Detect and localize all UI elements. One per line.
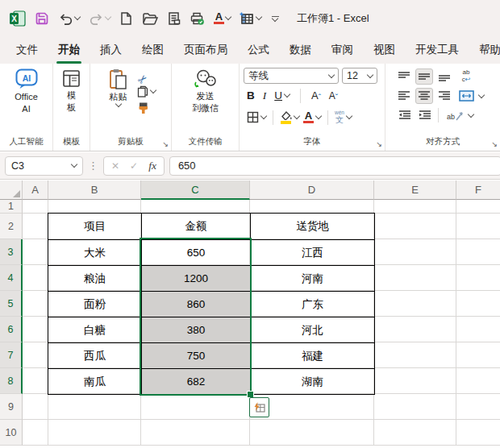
merge-center-button[interactable]: [456, 88, 477, 104]
select-all-button[interactable]: [0, 180, 23, 200]
cell-C8[interactable]: 682: [141, 368, 250, 394]
cell-C4[interactable]: 1200: [141, 265, 250, 291]
cell-B3[interactable]: 大米: [48, 239, 141, 265]
cell-D3[interactable]: 江西: [250, 239, 374, 265]
tab-file[interactable]: 文件: [15, 41, 40, 59]
align-middle-button[interactable]: [415, 68, 433, 85]
formula-bar-resize-handle[interactable]: ⋮: [88, 160, 98, 172]
cell-D2[interactable]: 送货地: [250, 214, 374, 239]
cut-button[interactable]: ✂: [135, 65, 157, 87]
cell-D7[interactable]: 福建: [250, 342, 374, 368]
row-header-7[interactable]: 7: [0, 342, 23, 368]
cell-C2[interactable]: 金额: [141, 214, 250, 239]
cell-C6[interactable]: 380: [141, 317, 250, 342]
cell-B2[interactable]: 项目: [48, 214, 141, 239]
cell-D5[interactable]: 广东: [250, 291, 374, 317]
row-header-3[interactable]: 3: [0, 239, 23, 265]
template-button[interactable]: 模 板: [59, 68, 84, 135]
italic-button[interactable]: I: [263, 89, 267, 102]
alignment-dialog-launcher[interactable]: ↘: [491, 141, 498, 148]
table-format-dropdown-icon[interactable]: [256, 14, 262, 20]
tab-data[interactable]: 数据: [288, 41, 313, 59]
cell-B7[interactable]: 西瓜: [48, 342, 141, 368]
col-header-F[interactable]: F: [456, 180, 500, 200]
font-size-combo[interactable]: 12: [342, 68, 377, 84]
font-color-ribbon-button[interactable]: A: [303, 111, 321, 124]
row-header-10[interactable]: 10: [0, 420, 23, 446]
row-header-1[interactable]: 1: [0, 200, 23, 214]
quick-analysis-button[interactable]: [249, 397, 269, 417]
row-header-2[interactable]: 2: [0, 214, 23, 239]
cell-B5[interactable]: 面粉: [48, 291, 141, 317]
new-file-button[interactable]: [119, 11, 133, 26]
tab-help[interactable]: 帮助: [477, 41, 500, 59]
cell-B8[interactable]: 南瓜: [48, 368, 141, 394]
tab-formulas[interactable]: 公式: [246, 41, 271, 59]
underline-button[interactable]: U: [274, 89, 290, 102]
undo-dropdown-icon[interactable]: [74, 14, 81, 20]
print-preview-button[interactable]: [167, 11, 181, 26]
cell-C5[interactable]: 860: [141, 291, 250, 317]
save-button[interactable]: [35, 11, 49, 26]
row-header-9[interactable]: 9: [0, 394, 23, 420]
tab-draw[interactable]: 绘图: [140, 41, 165, 59]
increase-font-button[interactable]: Aˆ: [311, 89, 321, 102]
row-header-4[interactable]: 4: [0, 265, 23, 291]
font-name-combo[interactable]: 等线: [244, 68, 339, 84]
font-dialog-launcher[interactable]: ↘: [376, 141, 382, 148]
align-center-button[interactable]: [415, 88, 433, 104]
fill-color-button[interactable]: [280, 110, 299, 124]
cell-C3[interactable]: 650: [141, 239, 250, 265]
tab-review[interactable]: 审阅: [330, 41, 355, 59]
print-settings-button[interactable]: [190, 11, 205, 26]
phonetic-guide-button[interactable]: wén 文: [335, 110, 352, 124]
formula-input[interactable]: 650: [169, 156, 500, 176]
tab-insert[interactable]: 插入: [98, 41, 123, 59]
tab-view[interactable]: 视图: [372, 41, 397, 59]
cell-C7[interactable]: 750: [141, 342, 250, 368]
orientation-button[interactable]: ab: [444, 107, 466, 123]
col-header-A[interactable]: A: [23, 180, 48, 200]
paste-button[interactable]: 粘贴: [106, 68, 131, 135]
align-bottom-button[interactable]: [435, 68, 453, 85]
table-format-button[interactable]: [240, 11, 261, 26]
cell-B4[interactable]: 粮油: [48, 265, 141, 291]
cell-B6[interactable]: 白糖: [48, 317, 141, 342]
office-ai-button[interactable]: AI Office AI: [12, 68, 40, 135]
clipboard-dialog-launcher[interactable]: ↘: [162, 141, 169, 148]
tab-developer[interactable]: 开发工具: [414, 41, 460, 59]
undo-button[interactable]: [58, 11, 80, 26]
align-top-button[interactable]: [395, 68, 413, 85]
format-painter-button[interactable]: [136, 102, 150, 115]
copy-dropdown-icon[interactable]: [150, 87, 156, 93]
increase-indent-button[interactable]: [415, 107, 433, 123]
insert-function-button[interactable]: fx: [148, 160, 156, 172]
col-header-D[interactable]: D: [250, 180, 374, 200]
wrap-text-button[interactable]: ab c↩: [456, 68, 477, 85]
decrease-font-button[interactable]: Aˇ: [329, 90, 338, 102]
orientation-dropdown-icon[interactable]: [468, 110, 474, 117]
col-header-B[interactable]: B: [48, 180, 141, 200]
tab-home[interactable]: 开始: [56, 41, 81, 59]
copy-button[interactable]: [136, 85, 156, 98]
align-left-button[interactable]: [395, 88, 413, 104]
bold-button[interactable]: B: [247, 89, 255, 102]
cell-D4[interactable]: 河南: [250, 265, 374, 291]
borders-button[interactable]: [247, 111, 266, 123]
open-folder-button[interactable]: [142, 11, 158, 26]
row-header-8[interactable]: 8: [0, 368, 23, 394]
cell-D8[interactable]: 湖南: [250, 368, 374, 394]
row-header-6[interactable]: 6: [0, 317, 23, 342]
name-box[interactable]: C3: [5, 156, 83, 176]
col-header-C[interactable]: C: [141, 180, 250, 200]
tab-page-layout[interactable]: 页面布局: [182, 41, 229, 59]
col-header-E[interactable]: E: [374, 180, 456, 200]
font-color-button[interactable]: A: [214, 12, 231, 25]
row-header-5[interactable]: 5: [0, 291, 23, 317]
font-color-dropdown-icon[interactable]: [225, 14, 231, 20]
customize-toolbar-button[interactable]: [270, 16, 280, 21]
align-right-button[interactable]: [435, 88, 453, 104]
merge-dropdown-icon[interactable]: [478, 91, 485, 97]
cell-D6[interactable]: 河北: [250, 317, 374, 342]
decrease-indent-button[interactable]: [395, 107, 413, 123]
